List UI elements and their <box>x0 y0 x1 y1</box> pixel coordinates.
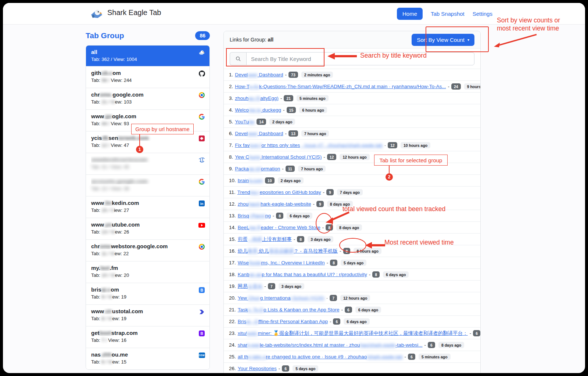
separator: - <box>279 366 280 371</box>
link-index: 26. <box>229 366 236 371</box>
favicon-ycis-icon: ❖ <box>198 135 205 142</box>
favicon-virustotal-icon <box>198 308 205 315</box>
link-row: 7.Fix favicon for https only sites · Iss… <box>224 139 480 151</box>
group-item[interactable]: nas.zhhou.meTab: 6 / View: 15DSM <box>86 348 209 369</box>
group-tab-view-counts: Tab: 22 / View: 38 <box>91 186 204 191</box>
link-anchor[interactable]: Brisqi - Offline-first Personal Kanban A… <box>238 319 328 324</box>
link-anchor[interactable]: BeeLine Reader - Chrome Web Store <box>238 225 320 230</box>
link-anchor[interactable]: Yew Chung International School (YCIS) <box>235 154 322 160</box>
text-segment: o Lists & Kanban on the App Store <box>263 307 339 312</box>
text-segment: Trend <box>237 189 250 195</box>
link-anchor[interactable]: 网易云音乐 <box>238 283 263 290</box>
group-tab-view-counts: Tab: 31 / View: 45 <box>91 164 204 170</box>
link-index: 15. <box>229 236 236 242</box>
separator: - <box>405 354 406 359</box>
link-anchor[interactable]: How-To-Ask-Questions-The-Smart-Way/READM… <box>235 84 446 89</box>
group-item[interactable]: www.linkedin.comTab: 15 / View: 27in <box>86 196 209 218</box>
link-anchor[interactable]: Trending repositories on GitHub today <box>237 189 321 195</box>
group-tab-view-counts: Tab: 58 / View: 244 <box>91 77 204 83</box>
group-item[interactable]: brisqi.comTab: 9 / View: 19B <box>86 283 209 304</box>
group-item[interactable]: getbootstrap.comTab: 7 / View: 16B <box>86 326 209 348</box>
redacted-text: ge inf <box>249 166 261 171</box>
link-index: 4. <box>229 107 233 113</box>
links-card: Links for Group: all Sort By View Count … <box>223 31 481 373</box>
link-row: 11.Trending repositories on GitHub today… <box>224 186 480 198</box>
text-segment: chr <box>91 243 100 249</box>
redacted-text: 英语启蒙课 <box>269 248 294 254</box>
link-anchor[interactable]: Welcome to duckegg <box>235 107 281 113</box>
group-item[interactable]: www.youtube.comTab: 13 / View: 26 <box>86 218 209 239</box>
link-anchor[interactable]: YouTube <box>235 119 254 124</box>
text-segment: xitu/ <box>238 330 247 336</box>
group-item[interactable]: allTab: 362 / View: 1004 <box>86 46 209 66</box>
redacted-text: k-eag <box>247 342 260 348</box>
link-index: 6. <box>229 131 233 136</box>
text-segment: 幼儿 <box>238 248 248 254</box>
group-title: my.last.fm <box>91 265 204 271</box>
group-item[interactable]: www.virustotal.comTab: 8 / View: 19 <box>86 304 209 326</box>
group-item[interactable]: accounts.google.comTab: 22 / View: 38 <box>86 174 209 196</box>
last-viewed-time: 7 hours ago <box>298 166 326 172</box>
annotation-line-1 <box>139 134 140 146</box>
text-segment: hark-eagle-tab-website <box>261 201 311 207</box>
link-anchor[interactable]: Developer Dashboard <box>235 72 283 77</box>
link-anchor[interactable]: 煎蛋 - 地球上没有新鲜事 <box>238 236 292 243</box>
view-count-badge: 15 <box>287 107 296 113</box>
group-title: github.com <box>91 70 204 76</box>
group-item[interactable]: chromewebstore.google.comTab: 11 / View:… <box>86 239 209 261</box>
link-anchor[interactable]: 幼儿教育 幼儿英语启蒙课？ - 喜马拉雅手机版 <box>238 248 338 254</box>
link-anchor[interactable]: Tasks: To-Do Lists & Kanban on the App S… <box>238 307 340 312</box>
favicon-shark-icon <box>198 49 205 56</box>
link-row: 24.shark-eagle-tab-website/src/index.htm… <box>224 339 480 351</box>
text-segment: Brisq <box>238 213 249 218</box>
text-segment: Tab: <box>91 251 101 256</box>
favicon-google-icon <box>198 113 205 120</box>
view-count-badge: 8 <box>372 271 380 278</box>
annotation-marker-1: 1 <box>136 146 143 153</box>
link-anchor[interactable]: xitu/gold-miner: 🥇掘金翻译计划，可能是世界最大最好的英译中技术… <box>238 330 468 337</box>
link-anchor[interactable]: all the tabs are changed to active one ·… <box>238 354 403 359</box>
redacted-text: 9 / Vi <box>101 294 112 300</box>
separator: - <box>285 72 287 77</box>
link-anchor[interactable]: zhouhao/shark-eagle-tab-website <box>238 201 311 207</box>
group-item[interactable]: wwwbesttvseriescomTab: 31 / View: 45 <box>86 153 209 174</box>
group-item[interactable]: chrome.google.comTab: 21 / View: 103 <box>86 88 209 109</box>
text-segment: brain <box>238 178 249 183</box>
last-viewed-time: 2 days ago <box>278 177 304 184</box>
link-anchor[interactable]: Package information <box>235 166 280 171</box>
nav-settings[interactable]: Settings <box>473 11 492 17</box>
link-anchor[interactable]: Yew Chung International School (YCIS) <box>238 295 325 301</box>
link-row: 10.brainly.com102 days ago <box>224 174 480 186</box>
redacted-text: 教育 <box>248 248 258 254</box>
link-anchor[interactable]: Fix favicon for https only sites · Issue… <box>235 142 382 148</box>
app-title: Shark Eagle Tab <box>107 8 161 17</box>
nav-tab-snapshot[interactable]: Tab Snapshot <box>431 11 465 17</box>
group-item[interactable]: github.comTab: 58 / View: 244 <box>86 66 209 88</box>
link-anchor[interactable]: Kanban app for Mac that has a beautiful … <box>238 272 367 277</box>
text-segment: ustotal.com <box>112 308 143 314</box>
text-segment: Tab: <box>91 316 101 321</box>
text-segment: ew: 19 <box>112 316 126 321</box>
screenshot-canvas: Shark Eagle Tab Home Tab Snapshot Settin… <box>0 0 588 376</box>
text-segment: zhou <box>238 201 248 207</box>
redacted-text: wwwbesttvseriescom <box>91 156 147 163</box>
last-viewed-time: 12 hours ago <box>340 154 369 160</box>
text-segment: chr <box>91 91 100 98</box>
link-anchor[interactable]: Your Repositories <box>238 366 277 371</box>
link-anchor[interactable]: WiseSystems, Inc.: Overview | LinkedIn <box>238 260 325 265</box>
separator: - <box>323 154 325 160</box>
separator: - <box>294 236 295 242</box>
last-viewed-time: 10 hours ago <box>401 142 430 148</box>
nav-home[interactable]: Home <box>397 8 423 20</box>
group-title: accounts.google.com <box>91 178 204 184</box>
link-anchor[interactable]: Brisqi Planning <box>238 213 271 218</box>
link-anchor[interactable]: zhouhao (SaltyEgg) <box>235 95 279 101</box>
text-segment: 上没有新鲜事 <box>262 236 292 242</box>
text-segment: p for Mac that has a beautiful UI? : r/p… <box>262 272 367 277</box>
link-anchor[interactable]: Developer Dashboard <box>235 131 283 136</box>
link-anchor[interactable]: brainly.com <box>238 178 263 183</box>
text-segment: .fm <box>110 265 118 271</box>
group-item[interactable]: my.last.fmTab: 10 / View: 20 <box>86 261 209 283</box>
link-anchor[interactable]: shark-eagle-tab-website/src/index.html a… <box>238 342 423 348</box>
link-row: 3.zhouhao (SaltyEgg)-215 minutes ago <box>224 92 480 104</box>
